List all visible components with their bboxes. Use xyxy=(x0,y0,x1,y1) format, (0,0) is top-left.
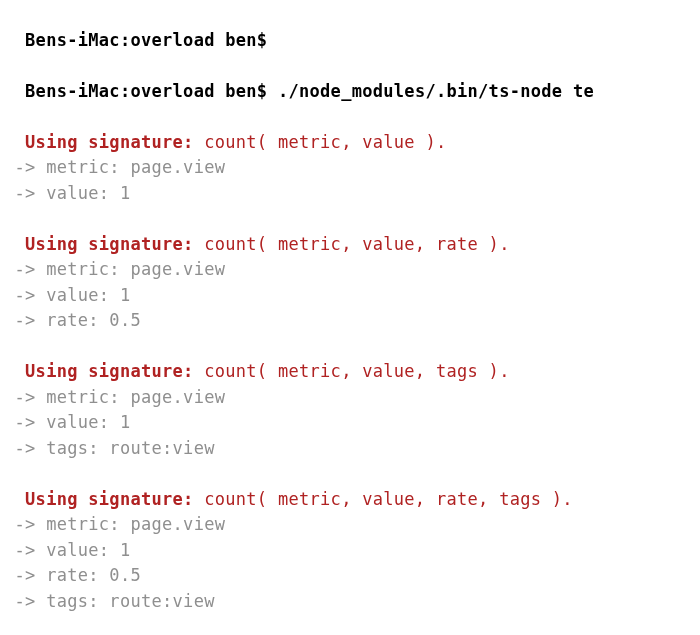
detail-line: -> value: 1 xyxy=(4,283,696,309)
terminal-line: Bens-iMac:overload ben$ ./node_modules/.… xyxy=(4,53,696,104)
signature-fn: count( metric, value ). xyxy=(194,132,447,152)
detail-line: -> tags: route:view xyxy=(4,589,696,615)
signature-label: Using signature: xyxy=(25,132,194,152)
shell-prompt: Bens-iMac:overload ben$ xyxy=(25,81,267,101)
signature-line: Using signature: count( metric, value, r… xyxy=(4,206,696,257)
terminal-line[interactable]: Bens-iMac:overload ben$ xyxy=(4,614,696,635)
detail-line: -> metric: page.view xyxy=(4,512,696,538)
signature-fn: count( metric, value, tags ). xyxy=(194,361,510,381)
detail-line: -> value: 1 xyxy=(4,410,696,436)
signature-label: Using signature: xyxy=(25,234,194,254)
detail-line: -> rate: 0.5 xyxy=(4,563,696,589)
detail-line: -> value: 1 xyxy=(4,181,696,207)
signature-label: Using signature: xyxy=(25,489,194,509)
detail-line: -> value: 1 xyxy=(4,538,696,564)
shell-empty xyxy=(267,30,278,50)
signature-line: Using signature: count( metric, value, t… xyxy=(4,334,696,385)
detail-line: -> metric: page.view xyxy=(4,385,696,411)
signature-label: Using signature: xyxy=(25,361,194,381)
detail-line: -> tags: route:view xyxy=(4,436,696,462)
signature-fn: count( metric, value, rate, tags ). xyxy=(194,489,573,509)
detail-line: -> metric: page.view xyxy=(4,257,696,283)
signature-fn: count( metric, value, rate ). xyxy=(194,234,510,254)
signature-line: Using signature: count( metric, value, r… xyxy=(4,461,696,512)
detail-line: -> rate: 0.5 xyxy=(4,308,696,334)
shell-prompt: Bens-iMac:overload ben$ xyxy=(25,30,267,50)
detail-line: -> metric: page.view xyxy=(4,155,696,181)
terminal-line: Bens-iMac:overload ben$ xyxy=(4,2,696,53)
shell-command: ./node_modules/.bin/ts-node te xyxy=(267,81,594,101)
signature-line: Using signature: count( metric, value ). xyxy=(4,104,696,155)
